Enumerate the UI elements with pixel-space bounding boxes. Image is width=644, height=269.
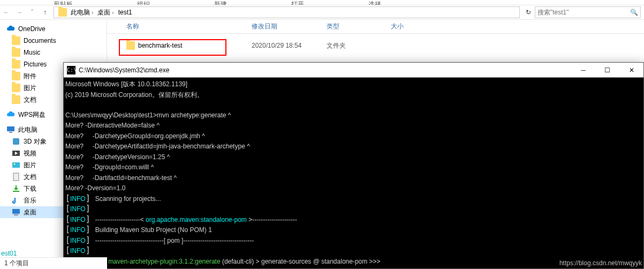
address-bar: ← → ˅ ↑ 此电脑› 桌面› test1 ↻ 🔍 — [0, 5, 644, 20]
chevron-right-icon: › — [112, 10, 113, 16]
3d-icon — [12, 137, 20, 146]
chevron-right-icon: › — [92, 10, 93, 16]
col-name[interactable]: 名称 — [107, 22, 246, 31]
status-bar: 1 个项目 — [0, 257, 107, 269]
svg-rect-1 — [9, 132, 12, 133]
file-name: benchmark-test — [138, 42, 183, 49]
folder-icon — [12, 36, 20, 45]
menu-item[interactable]: 打开 — [291, 0, 304, 5]
svg-rect-9 — [12, 209, 20, 214]
menu-item[interactable]: 选择 — [368, 0, 381, 5]
search-input[interactable] — [537, 9, 630, 16]
svg-rect-5 — [12, 162, 20, 168]
search-icon[interactable]: 🔍 — [630, 9, 638, 16]
folder-icon — [58, 8, 67, 17]
documents-icon — [12, 173, 20, 181]
footer-text: est01 — [0, 250, 17, 257]
refresh-button[interactable]: ↻ — [522, 9, 535, 16]
file-type: 文件夹 — [321, 41, 385, 50]
sidebar-onedrive[interactable]: OneDrive — [0, 23, 107, 35]
menu-item[interactable]: 新建 — [214, 0, 227, 5]
minimize-button[interactable]: ─ — [571, 63, 595, 78]
close-button[interactable]: ✕ — [619, 63, 643, 78]
watermark: https://blog.csdn.net/mwqyyk — [559, 259, 642, 267]
col-date[interactable]: 修改日期 — [246, 22, 321, 31]
crumb-desktop[interactable]: 桌面 — [97, 8, 110, 17]
menu-bar: 剪贴板 组织 新建 打开 选择 — [0, 0, 644, 5]
col-type[interactable]: 类型 — [321, 22, 385, 31]
pictures-icon — [12, 161, 20, 169]
svg-point-6 — [14, 163, 16, 165]
pc-icon — [6, 125, 15, 134]
back-button[interactable]: ← — [0, 6, 13, 19]
cloud-icon — [6, 110, 15, 119]
table-row[interactable]: benchmark-test 2020/10/29 18:54 文件夹 — [107, 39, 644, 52]
recent-button[interactable]: ˅ — [26, 6, 39, 19]
col-size[interactable]: 大小 — [385, 22, 428, 31]
cmd-output[interactable]: Microsoft Windows [版本 10.0.18362.1139] (… — [64, 78, 643, 269]
cloud-icon — [6, 25, 15, 33]
column-headers[interactable]: 名称 修改日期 类型 大小 — [107, 20, 644, 34]
video-icon — [12, 149, 20, 158]
folder-icon — [12, 48, 20, 57]
search-box[interactable]: 🔍 — [535, 6, 641, 18]
downloads-icon — [12, 184, 20, 193]
breadcrumb[interactable]: 此电脑› 桌面› test1 — [54, 6, 520, 18]
svg-rect-10 — [14, 214, 18, 215]
music-icon — [12, 196, 20, 205]
maximize-button[interactable]: ☐ — [595, 63, 619, 78]
menu-item[interactable]: 剪贴板 — [54, 0, 73, 5]
cmd-window: C:\ C:\Windows\System32\cmd.exe ─ ☐ ✕ Mi… — [63, 62, 644, 269]
folder-icon — [12, 60, 20, 69]
forward-button: → — [13, 6, 26, 19]
crumb-folder[interactable]: test1 — [118, 9, 132, 16]
svg-rect-8 — [13, 191, 19, 192]
svg-rect-7 — [13, 173, 19, 181]
file-date: 2020/10/29 18:54 — [246, 42, 321, 49]
cmd-title: C:\Windows\System32\cmd.exe — [79, 66, 571, 74]
desktop-icon — [12, 208, 20, 216]
folder-icon — [126, 41, 135, 50]
crumb-pc[interactable]: 此电脑 — [71, 8, 90, 17]
folder-icon — [12, 84, 20, 92]
folder-icon — [12, 72, 20, 80]
sidebar-item[interactable]: Documents — [0, 35, 107, 47]
cmd-titlebar[interactable]: C:\ C:\Windows\System32\cmd.exe ─ ☐ ✕ — [64, 63, 643, 78]
svg-rect-0 — [7, 126, 14, 131]
menu-item[interactable]: 组织 — [137, 0, 150, 5]
folder-icon — [12, 95, 20, 104]
sidebar-item[interactable]: Music — [0, 47, 107, 58]
up-button[interactable]: ↑ — [39, 6, 51, 19]
svg-rect-2 — [13, 138, 19, 145]
cmd-icon: C:\ — [67, 66, 75, 74]
